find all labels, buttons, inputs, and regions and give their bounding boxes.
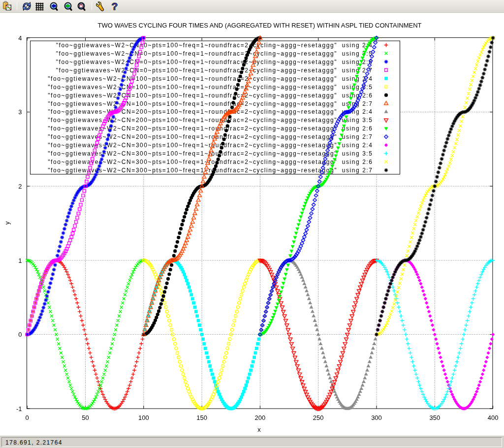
svg-text:"foo~ggtiewaves~W2~CN=100~pts=: "foo~ggtiewaves~W2~CN=100~pts=100~freq=1… [48,84,373,91]
svg-text:y: y [3,221,11,224]
svg-text:1: 1 [18,257,22,264]
svg-text:x: x [257,426,261,433]
svg-text:300: 300 [371,414,382,421]
svg-text:"foo~ggtiewaves~W2~CN=0~pts=10: "foo~ggtiewaves~W2~CN=0~pts=100~freq=1~r… [56,67,373,74]
svg-text:TWO WAVES CYCLING FOUR TIMES A: TWO WAVES CYCLING FOUR TIMES AND (AGGREG… [98,22,422,29]
svg-text:"foo~ggtiewaves~W2~CN=0~pts=10: "foo~ggtiewaves~W2~CN=0~pts=100~freq=1~r… [56,59,373,65]
svg-text:350: 350 [429,414,440,421]
svg-text:200: 200 [255,414,266,421]
svg-text:50: 50 [82,414,89,421]
svg-text:2: 2 [18,183,22,190]
svg-text:?: ? [112,1,118,12]
svg-text:3: 3 [18,108,22,116]
svg-text:4: 4 [18,34,22,42]
svg-text:0: 0 [26,414,29,421]
svg-text:400: 400 [488,414,499,421]
svg-text:-1: -1 [16,405,22,413]
svg-text:"foo~ggtiewaves~W2~CN=0~pts=10: "foo~ggtiewaves~W2~CN=0~pts=100~freq=1~r… [56,42,373,49]
svg-text:"foo~ggtiewaves~W2~CN=100~pts=: "foo~ggtiewaves~W2~CN=100~pts=100~freq=1… [48,75,373,82]
svg-text:250: 250 [313,414,324,421]
svg-text:150: 150 [196,414,207,421]
svg-text:"foo~ggtiewaves~W2~CN=200~pts=: "foo~ggtiewaves~W2~CN=200~pts=100~freq=1… [48,125,373,132]
svg-text:"foo~ggtiewaves~W2~CN=100~pts=: "foo~ggtiewaves~W2~CN=100~pts=100~freq=1… [48,92,373,99]
svg-text:0: 0 [18,331,22,338]
svg-text:"foo~ggtiewaves~W2~CN=0~pts=10: "foo~ggtiewaves~W2~CN=0~pts=100~freq=1~r… [56,50,373,57]
svg-text:100: 100 [138,414,149,421]
svg-text:"foo~ggtiewaves~W2~CN=200~pts=: "foo~ggtiewaves~W2~CN=200~pts=100~freq=1… [48,117,373,124]
svg-text:"foo~ggtiewaves~W2~CN=100~pts=: "foo~ggtiewaves~W2~CN=100~pts=100~freq=1… [48,100,373,107]
svg-text:"foo~ggtiewaves~W2~CN=200~pts=: "foo~ggtiewaves~W2~CN=200~pts=100~freq=1… [48,108,373,115]
